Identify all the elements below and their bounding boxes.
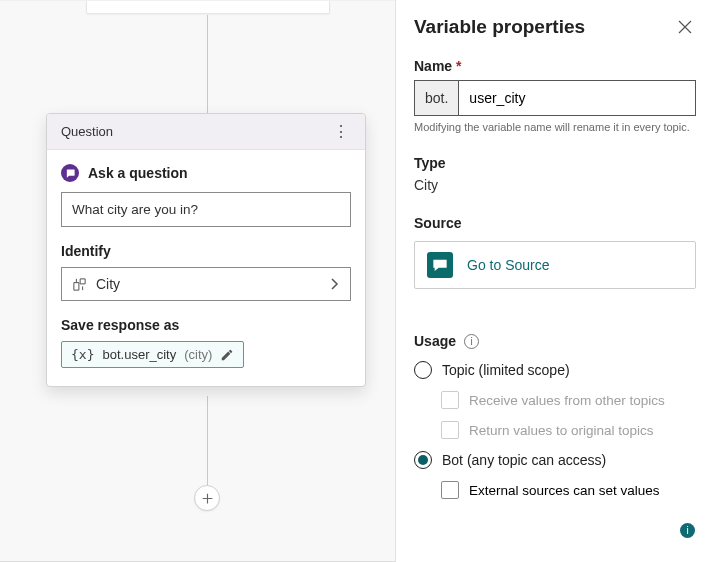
usage-option-bot[interactable]: Bot (any topic can access) <box>414 451 696 469</box>
identify-value: City <box>96 276 120 292</box>
chat-bubble-icon <box>61 164 79 182</box>
authoring-canvas: Question ⋮ Ask a question Identify City … <box>0 0 395 562</box>
previous-node-stub <box>86 1 330 14</box>
return-values-label: Return values to original topics <box>469 423 654 438</box>
question-node-card[interactable]: Question ⋮ Ask a question Identify City … <box>46 113 366 387</box>
go-to-source-label: Go to Source <box>467 257 550 273</box>
ask-question-label: Ask a question <box>88 165 188 181</box>
name-helper-text: Modifying the variable name will rename … <box>414 121 696 133</box>
external-sources-label: External sources can set values <box>469 483 660 498</box>
entity-icon <box>72 277 87 292</box>
card-header: Question ⋮ <box>47 114 365 150</box>
variable-name-input[interactable] <box>459 81 695 115</box>
usage-label: Usage <box>414 333 456 349</box>
close-panel-button[interactable] <box>674 18 696 40</box>
topic-icon <box>427 252 453 278</box>
close-icon <box>678 20 692 34</box>
variable-icon: {x} <box>71 347 94 362</box>
name-prefix: bot. <box>415 81 459 115</box>
variable-type: (city) <box>184 347 212 362</box>
external-sources-checkbox[interactable]: External sources can set values <box>441 481 696 499</box>
type-label: Type <box>414 155 696 171</box>
save-response-label: Save response as <box>61 317 351 333</box>
pencil-icon <box>220 348 234 362</box>
connector-line <box>207 15 208 115</box>
question-text-input[interactable] <box>61 192 351 227</box>
card-title: Question <box>61 124 113 139</box>
usage-option-topic[interactable]: Topic (limited scope) <box>414 361 696 379</box>
chevron-right-icon <box>330 277 340 291</box>
add-node-button[interactable] <box>194 485 220 511</box>
radio-checked-icon <box>414 451 432 469</box>
name-input-group: bot. <box>414 80 696 116</box>
card-menu-button[interactable]: ⋮ <box>327 120 355 143</box>
go-to-source-button[interactable]: Go to Source <box>414 241 696 289</box>
receive-values-checkbox: Receive values from other topics <box>441 391 696 409</box>
usage-option-topic-label: Topic (limited scope) <box>442 362 570 378</box>
checkbox-icon <box>441 421 459 439</box>
usage-option-bot-label: Bot (any topic can access) <box>442 452 606 468</box>
source-label: Source <box>414 215 696 231</box>
return-values-checkbox: Return values to original topics <box>441 421 696 439</box>
info-solid-icon[interactable]: i <box>680 523 695 538</box>
receive-values-label: Receive values from other topics <box>469 393 665 408</box>
checkbox-icon <box>441 481 459 499</box>
plus-icon <box>201 492 214 505</box>
type-value: City <box>414 177 696 193</box>
identify-label: Identify <box>61 243 351 259</box>
checkbox-icon <box>441 391 459 409</box>
ask-question-row: Ask a question <box>61 164 351 182</box>
radio-unchecked-icon <box>414 361 432 379</box>
card-body: Ask a question Identify City Save respon… <box>47 150 365 386</box>
info-icon[interactable]: i <box>464 334 479 349</box>
variable-properties-panel: Variable properties Name * bot. Modifyin… <box>395 0 708 562</box>
panel-title: Variable properties <box>414 16 585 38</box>
variable-chip[interactable]: {x} bot.user_city (city) <box>61 341 244 368</box>
connector-line <box>207 396 208 496</box>
variable-name: bot.user_city <box>102 347 176 362</box>
name-field-label: Name * <box>414 58 696 74</box>
identify-entity-picker[interactable]: City <box>61 267 351 301</box>
